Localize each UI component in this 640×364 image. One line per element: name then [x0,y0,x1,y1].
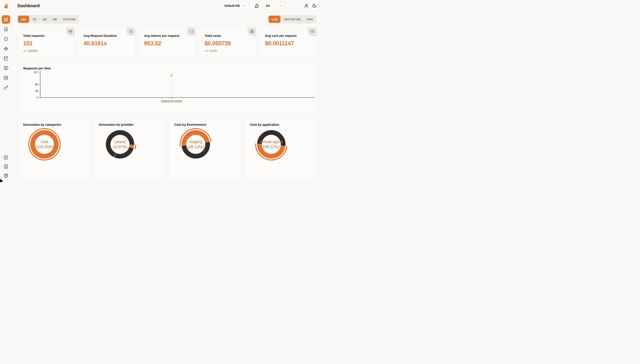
tab-llm[interactable]: LLM [268,16,280,23]
stats-row: Total requests 102 10200% Avg Request Du… [17,27,316,57]
tab-1m[interactable]: 1M [40,16,50,23]
tab-gpu[interactable]: GPU [304,16,316,23]
sidebar-item-requests[interactable] [2,25,10,34]
donut-title: Cost by Environment [174,123,241,126]
tab-custom[interactable]: CUSTOM [60,16,78,23]
chevron-down-icon [279,4,282,8]
page-title: Dashboard [17,4,40,8]
stat-title: Total costs [204,34,250,38]
shield-alert-icon [4,36,8,41]
sidebar-item-support[interactable] [3,173,9,178]
stat-icon-badge [187,28,195,36]
database-select-value: Default DB [224,4,240,8]
banknote-icon [310,30,314,34]
svg-text:30: 30 [35,90,38,92]
top-bar: Dashboard Default DB 1m [12,0,320,12]
svg-text:117: 117 [34,71,38,74]
stat-title: Avg cost per request [265,34,311,38]
shield-question-icon [4,173,8,178]
sidebar-item-databases[interactable] [2,74,10,82]
sidebar-item-evaluations[interactable] [2,54,10,63]
dark-mode-toggle[interactable] [311,2,318,9]
stat-card-total-requests: Total requests 102 10200% [17,27,75,57]
sidebar-item-docs[interactable] [3,164,9,169]
layout-dashboard-icon [4,17,8,22]
database-backup-icon [4,76,8,80]
sidebar-item-api-keys[interactable] [2,84,10,92]
tab-24h[interactable]: 24H [18,16,29,23]
stat-trend-value: 5.57% [209,49,217,52]
sidebar [0,0,12,182]
refresh-timer-button[interactable] [254,2,260,9]
donut-title: Cost by application [250,123,316,126]
database-select[interactable]: Default DB [222,2,249,10]
donut-chart-wrap: staging (48.12%) [178,126,214,162]
stat-value: 40.6161s [84,40,130,47]
braces-icon [190,30,194,34]
file-code-icon [4,27,8,32]
timer-icon [129,30,133,34]
donut-chart-wrap: crewai (3.57%) [102,126,138,162]
sidebar-item-dashboard[interactable] [2,15,10,24]
svg-text:2024/11/15 15:00: 2024/11/15 15:00 [161,100,182,103]
trending-up-icon [204,49,208,52]
mode-tabs: LLM VECTOR DB GPU [268,15,316,24]
chevron-down-icon [243,4,246,8]
stat-icon-badge [308,28,316,36]
stat-card-avg-tokens: Avg tokens per request 953.52 [138,27,196,57]
donut-chart [253,126,289,162]
book-icon [4,164,8,169]
stat-value: 953.52 [144,40,190,47]
stat-card-avg-cost: Avg cost per request $0.0011147 [259,27,316,57]
donut-chart [178,126,214,162]
stat-value: $0.0011147 [265,40,311,47]
donut-cards-row: Generation by categories chat (100.00%) … [17,118,316,182]
time-range-tabs: 24H 7D 1M 3M CUSTOM [17,15,79,24]
donut-card-application: Cost by application crewai-agent (48.12%… [244,118,316,182]
monitor-play-icon [4,66,8,70]
app-logo[interactable] [0,0,12,12]
radio-tower-icon [68,30,72,34]
notebook-pen-icon [4,56,8,61]
svg-text:0: 0 [36,96,38,99]
top-bar-controls: Default DB 1m [222,2,318,10]
donut-card-categories: Generation by categories chat (100.00%) [17,118,90,182]
donut-chart [102,126,138,162]
stat-trend: 5.57% [204,49,250,52]
bottom-left-widget[interactable] [0,179,3,182]
component-icon [4,46,8,51]
sidebar-item-playground[interactable] [2,64,10,72]
sidebar-item-exceptions[interactable] [2,35,10,43]
tab-7d[interactable]: 7D [30,16,39,23]
donut-card-environment: Cost by Environment staging (48.12%) [169,118,241,182]
circle-dollar-icon [250,30,254,34]
donut-title: Generation by provider [98,123,165,126]
sidebar-nav [2,12,10,92]
sidebar-bottom [3,155,9,182]
stat-value: 102 [23,40,69,47]
flame-logo-icon [3,3,9,9]
donut-card-provider: Generation by provider crewai (3.57%) [93,118,165,182]
donut-chart [26,126,62,162]
tab-vector-db[interactable]: VECTOR DB [281,16,304,23]
svg-text:60: 60 [35,83,38,86]
donut-chart-wrap: crewai-agent (48.12%) [253,126,289,162]
tab-3m[interactable]: 3M [50,16,60,23]
sidebar-item-getting-started[interactable] [3,155,9,160]
stat-title: Avg Request Duration [84,34,130,38]
main-content: 24H 7D 1M 3M CUSTOM LLM VECTOR DB GPU To… [12,12,320,182]
stat-trend-value: 10200% [28,49,38,52]
moon-icon [312,4,316,8]
stat-card-avg-duration: Avg Request Duration 40.6161s [78,27,135,57]
stat-icon-badge [248,28,256,36]
trending-up-icon [23,49,26,52]
square-play-icon [4,155,8,160]
user-profile-button[interactable] [303,2,310,9]
requests-line-chart: 030601172024/11/15 15:00 [18,62,317,114]
app-root: Dashboard Default DB 1m [0,0,320,182]
key-icon [4,85,8,90]
sidebar-item-prompts[interactable] [2,44,10,53]
stat-title: Total requests [23,34,69,38]
stat-value: $0.055735 [204,40,250,47]
refresh-interval-select[interactable]: 1m [263,2,285,10]
